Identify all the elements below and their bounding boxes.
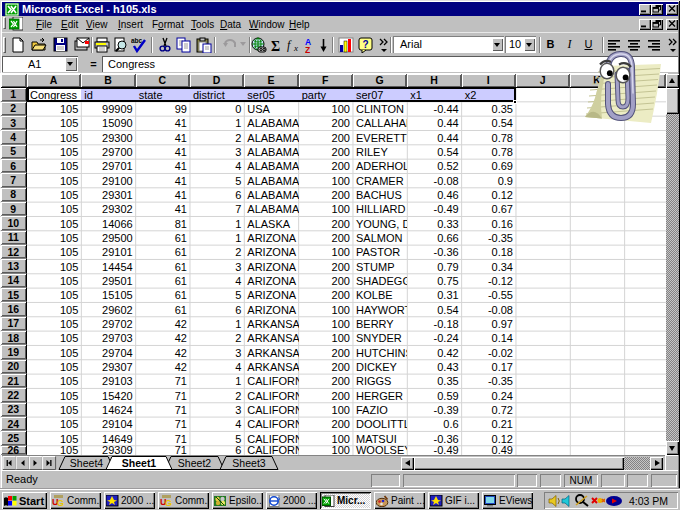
svg-text:G: G [57,498,64,507]
svg-text:Sheet3: Sheet3 [232,457,265,469]
svg-text:Sheet1: Sheet1 [122,457,157,469]
svg-text:Σ: Σ [271,39,280,54]
svg-text:Z: Z [305,45,310,54]
svg-text:Sheet2: Sheet2 [178,457,211,469]
svg-text:?: ? [363,39,369,50]
svg-text:G: G [165,498,172,507]
svg-text:x: x [293,43,298,53]
svg-text:f: f [287,38,292,52]
svg-text:Sheet4: Sheet4 [70,457,103,469]
svg-text:abc: abc [131,37,143,44]
